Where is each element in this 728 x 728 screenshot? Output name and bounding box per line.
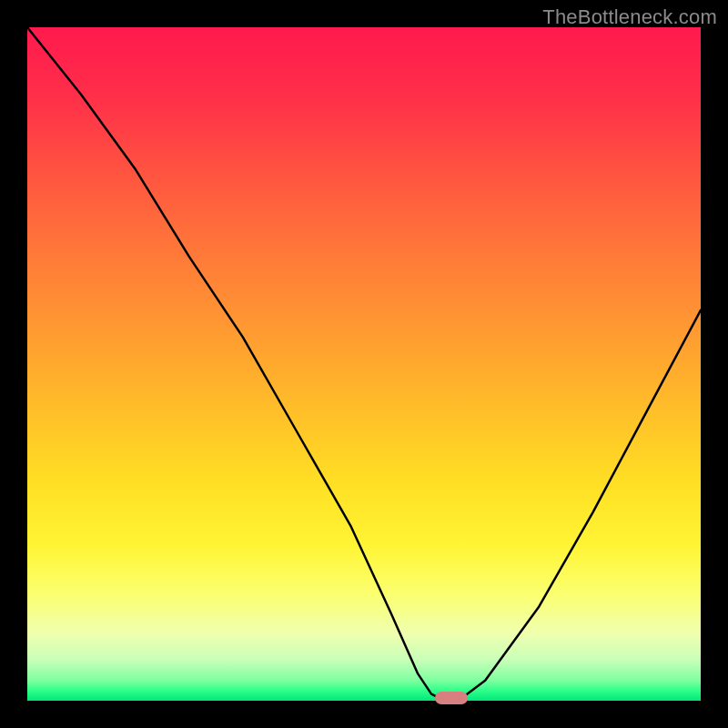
curve-svg <box>27 27 701 701</box>
optimal-marker <box>435 692 468 704</box>
bottleneck-curve <box>27 27 701 701</box>
plot-area <box>27 27 701 701</box>
watermark-text: TheBottleneck.com <box>542 5 717 29</box>
chart-container: TheBottleneck.com <box>0 0 728 728</box>
